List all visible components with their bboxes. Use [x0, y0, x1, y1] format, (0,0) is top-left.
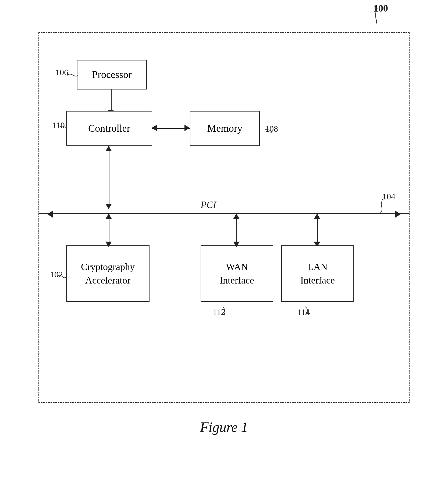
- ref-108-connector: [264, 127, 275, 135]
- processor-label: Processor: [92, 68, 132, 81]
- wan-pci-arrow-up: [233, 214, 240, 219]
- pci-arrow-left: [47, 210, 53, 218]
- lan-pci-arrow-up: [314, 214, 320, 219]
- ref-106-connector: [66, 71, 79, 80]
- ref-104-connector: [375, 197, 389, 213]
- page: 100 PCI 104 Processor 106: [0, 0, 448, 502]
- crypto-pci-arrow-down: [105, 242, 112, 247]
- controller-box: Controller: [66, 111, 152, 146]
- memory-label: Memory: [207, 122, 243, 135]
- ctrl-pci-arrow-down: [105, 204, 112, 209]
- ref-110-connector: [59, 124, 68, 132]
- ctrl-mem-arrow-right: [184, 125, 190, 131]
- pci-label: PCI: [201, 199, 216, 210]
- crypto-pci-arrow-up: [105, 214, 112, 219]
- lan-pci-arrow-down: [314, 242, 320, 247]
- ref-100-connector: [361, 5, 383, 27]
- ref-112-connector: [220, 305, 232, 315]
- ctrl-mem-line: [152, 128, 190, 129]
- lan-label: LANInterface: [300, 260, 335, 287]
- wan-pci-arrow-down: [233, 242, 240, 247]
- ctrl-mem-arrow-left: [152, 125, 157, 131]
- ref-114-connector: [303, 305, 315, 315]
- crypto-label: CryptographyAccelerator: [81, 260, 135, 287]
- processor-box: Processor: [77, 60, 147, 89]
- pci-arrow-right: [395, 210, 401, 218]
- controller-label: Controller: [88, 122, 130, 135]
- main-diagram-box: PCI 104 Processor 106 Controller 110: [38, 32, 410, 403]
- wan-label: WANInterface: [220, 260, 254, 287]
- ref-102-connector: [56, 273, 68, 281]
- proc-ctrl-line: [111, 89, 112, 111]
- crypto-box: CryptographyAccelerator: [66, 245, 150, 302]
- ctrl-pci-arrow-up: [105, 146, 112, 151]
- memory-box: Memory: [190, 111, 260, 146]
- pci-bus-line: [39, 213, 409, 214]
- wan-box: WANInterface: [201, 245, 273, 302]
- ctrl-pci-vline: [109, 146, 109, 208]
- figure-caption: Figure 1: [200, 419, 248, 435]
- lan-box: LANInterface: [281, 245, 354, 302]
